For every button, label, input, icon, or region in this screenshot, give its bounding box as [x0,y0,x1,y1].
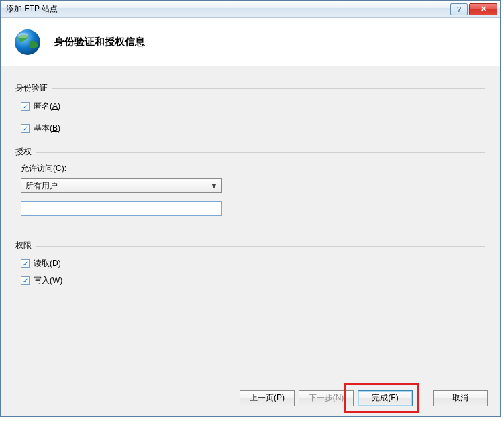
wizard-footer: 上一页(P) 下一步(N) 完成(F) 取消 [1,379,500,416]
globe-icon [13,27,42,57]
read-checkbox-label[interactable]: 读取(D) [34,258,61,269]
anonymous-checkbox-label[interactable]: 匿名(A) [34,101,60,112]
titlebar-buttons: ? ✕ [450,3,497,15]
authentication-group-label: 身份验证 [15,82,48,94]
basic-checkbox-label[interactable]: 基本(B) [34,123,60,134]
permissions-group-label: 权限 [15,240,32,251]
authorization-group-label: 授权 [15,146,32,158]
dialog-window: 添加 FTP 站点 ? ✕ 身份验证和授权信息 [0,0,501,417]
titlebar: 添加 FTP 站点 ? ✕ [1,1,500,18]
authorization-group: 授权 允许访问(C): 所有用户 ▼ [15,146,485,228]
group-divider [36,152,485,153]
read-checkbox[interactable] [21,259,30,268]
anonymous-checkbox-row[interactable]: 匿名(A) [21,101,485,112]
cancel-button[interactable]: 取消 [433,390,488,406]
previous-button[interactable]: 上一页(P) [240,390,295,406]
write-checkbox-row[interactable]: 写入(W) [21,275,485,286]
page-title: 身份验证和授权信息 [54,36,145,48]
svg-point-0 [15,29,40,55]
svg-point-1 [17,33,28,38]
permissions-group: 权限 读取(D) 写入(W) [15,240,485,286]
write-checkbox[interactable] [21,276,30,285]
chevron-down-icon: ▼ [209,181,219,190]
group-divider [36,246,485,247]
allow-access-label: 允许访问(C): [21,163,485,174]
help-button[interactable]: ? [450,3,468,15]
finish-button[interactable]: 完成(F) [358,390,413,406]
help-icon: ? [457,5,461,13]
next-button: 下一步(N) [299,390,354,406]
content-area: 身份验证 匿名(A) 基本(B) 授权 允许访问(C): 所有用户 ▼ [1,66,500,379]
close-button[interactable]: ✕ [469,3,497,15]
allow-access-combobox[interactable]: 所有用户 ▼ [21,178,222,193]
window-title: 添加 FTP 站点 [6,3,450,15]
allow-access-selected: 所有用户 [26,180,209,192]
read-checkbox-row[interactable]: 读取(D) [21,258,485,269]
group-divider [52,88,485,89]
write-checkbox-label[interactable]: 写入(W) [34,275,62,286]
basic-checkbox[interactable] [21,124,30,133]
anonymous-checkbox[interactable] [21,102,30,111]
wizard-header: 身份验证和授权信息 [1,18,500,66]
close-icon: ✕ [481,5,487,13]
identity-filter-input[interactable] [21,201,222,216]
authentication-group: 身份验证 匿名(A) 基本(B) [15,82,485,134]
basic-checkbox-row[interactable]: 基本(B) [21,123,485,134]
